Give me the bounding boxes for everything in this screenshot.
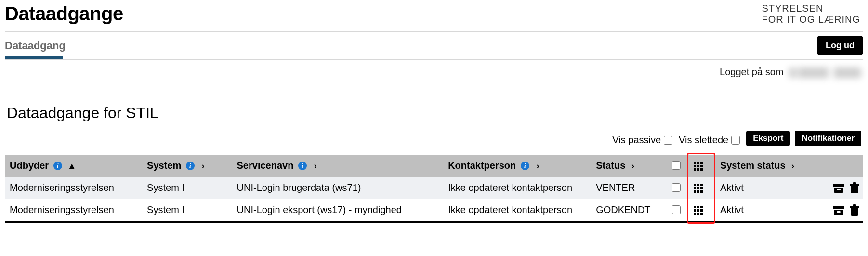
cell-system-status: Aktivt [715,199,815,222]
col-system[interactable]: System i › [142,155,232,177]
col-actions [815,155,863,177]
show-passive-toggle[interactable]: Vis passive [612,135,674,146]
col-service[interactable]: Servicenavn i › [232,155,444,177]
row-checkbox[interactable] [672,205,681,214]
section-title: Dataadgange for STIL [7,104,863,122]
cell-system-status: Aktivt [715,177,815,199]
cell-system: System I [142,177,232,199]
col-system-status[interactable]: System status › [715,155,815,177]
cell-grid[interactable] [689,177,715,199]
cell-contact: Ikke opdateret kontaktperson [443,199,591,222]
info-icon[interactable]: i [521,162,529,170]
col-system-label: System [147,160,181,171]
cell-service: UNI-Login brugerdata (ws71) [232,177,444,199]
col-provider[interactable]: Udbyder i ▲ [5,155,142,177]
col-contact[interactable]: Kontaktperson i › [443,155,591,177]
sort-icon[interactable]: › [313,161,318,171]
data-access-table: Udbyder i ▲ System i › Servicenavn i › [5,155,863,223]
cell-actions [815,199,863,222]
logged-in-as: Logget på som [5,60,863,78]
show-passive-label: Vis passive [612,135,661,146]
col-provider-label: Udbyder [10,160,49,171]
info-icon[interactable]: i [186,162,195,170]
sort-icon[interactable]: › [200,161,206,171]
logged-in-username-redacted [789,67,861,78]
show-deleted-label: Vis slettede [679,135,728,146]
table-header-row: Udbyder i ▲ System i › Servicenavn i › [5,155,863,177]
cell-contact: Ikke opdateret kontaktperson [443,177,591,199]
tab-dataadgang[interactable]: Dataadgang [5,37,66,59]
brand-line-2: FOR IT OG LÆRING [762,14,860,25]
grid-icon[interactable] [694,206,703,215]
grid-icon[interactable] [694,184,703,193]
col-select-all[interactable] [665,155,689,177]
cell-service: UNI-Login eksport (ws17) - myndighed [232,199,444,222]
sort-icon[interactable]: › [535,161,540,171]
cell-provider: Moderniseringsstyrelsen [5,177,142,199]
archive-icon[interactable] [833,184,844,193]
info-icon[interactable]: i [53,162,62,170]
archive-icon[interactable] [833,206,844,215]
show-deleted-toggle[interactable]: Vis slettede [679,135,741,146]
col-status[interactable]: Status › [591,155,665,177]
show-deleted-checkbox[interactable] [731,136,740,145]
sort-asc-icon[interactable]: ▲ [67,161,73,171]
logged-in-prefix: Logget på som [720,67,783,77]
sort-icon[interactable]: › [630,161,636,171]
col-service-label: Servicenavn [237,160,294,171]
select-all-checkbox[interactable] [672,161,681,170]
export-button[interactable]: Eksport [746,131,790,146]
cell-select[interactable] [665,199,689,222]
cell-provider: Moderniseringsstyrelsen [5,199,142,222]
logout-button[interactable]: Log ud [817,36,863,55]
info-icon[interactable]: i [298,162,307,170]
table-row: Moderniseringsstyrelsen System I UNI-Log… [5,199,863,222]
cell-system: System I [142,199,232,222]
brand-logo-text: STYRELSEN FOR IT OG LÆRING [762,3,863,25]
row-checkbox[interactable] [672,183,681,192]
table-row: Moderniseringsstyrelsen System I UNI-Log… [5,177,863,199]
cell-select[interactable] [665,177,689,199]
col-contact-label: Kontaktperson [448,160,516,171]
brand-line-1: STYRELSEN [762,3,860,14]
trash-icon[interactable] [851,184,858,193]
page-title: Dataadgange [5,3,123,25]
cell-grid[interactable] [689,199,715,222]
col-system-status-label: System status [720,160,786,171]
cell-status: VENTER [591,177,665,199]
cell-actions [815,177,863,199]
col-grid-header[interactable] [689,155,715,177]
show-passive-checkbox[interactable] [664,136,672,145]
cell-status: GODKENDT [591,199,665,222]
grid-icon[interactable] [694,162,703,171]
col-status-label: Status [596,160,625,171]
sort-icon[interactable]: › [790,161,796,171]
filters-bar: Vis passive Vis slettede Eksport Notifik… [5,131,863,155]
trash-icon[interactable] [851,206,858,216]
notifications-button[interactable]: Notifikationer [795,131,861,146]
